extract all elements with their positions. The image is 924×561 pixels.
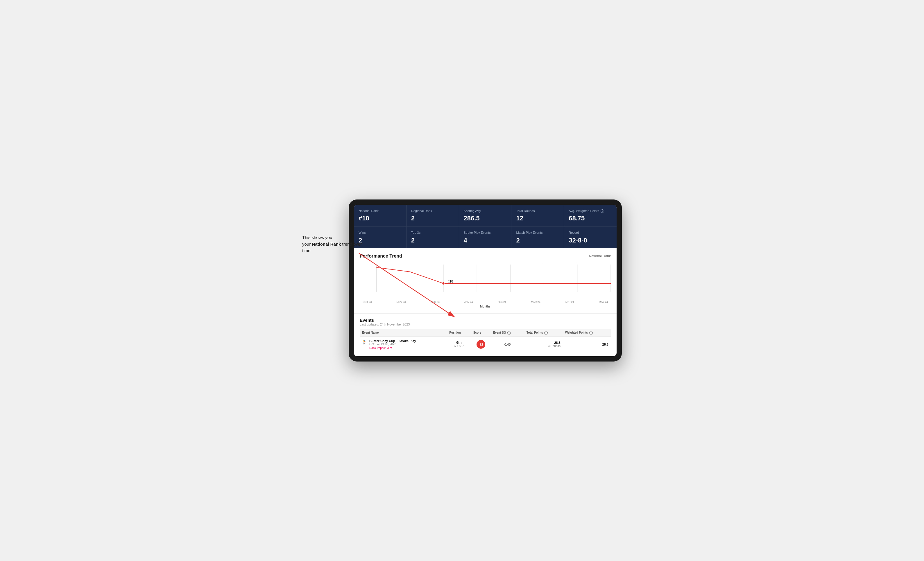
tablet-device: National Rank #10 Regional Rank 2 Scorin… — [349, 199, 622, 362]
performance-header: Performance Trend National Rank — [360, 253, 611, 259]
stat-stroke-play-events: Stroke Play Events 4 — [459, 226, 512, 248]
col-total-points: Total Points i — [524, 329, 563, 337]
col-position: Position — [447, 329, 471, 337]
stat-top3s: Top 3s 2 — [406, 226, 459, 248]
stat-match-play-events: Match Play Events 2 — [512, 226, 564, 248]
event-weighted-points: 28.3 — [563, 337, 611, 352]
event-score: -22 — [471, 337, 491, 352]
svg-point-10 — [442, 282, 445, 285]
col-score: Score — [471, 329, 491, 337]
col-event-sg: Event SG i — [491, 329, 524, 337]
stats-row-1: National Rank #10 Regional Rank 2 Scorin… — [354, 205, 616, 226]
svg-text:#10: #10 — [447, 279, 453, 283]
info-icon: i — [601, 209, 604, 213]
x-label-nov23: NOV 23 — [396, 301, 406, 304]
event-sg: 0.45 — [491, 337, 524, 352]
events-table: Event Name Position Score Event SG i Tot… — [360, 329, 611, 352]
event-name: Buster Cozy Cup – Stroke Play — [369, 339, 416, 343]
stat-record: Record 32-8-0 — [564, 226, 616, 248]
annotation-text: This shows you your National Rank trend … — [302, 234, 363, 254]
event-rank-impact: Rank Impact: 3 ▼ — [369, 346, 416, 350]
stats-row-2: Wins 2 Top 3s 2 Stroke Play Events 4 Mat… — [354, 226, 616, 248]
stat-total-rounds: Total Rounds 12 — [512, 205, 564, 226]
performance-title: Performance Trend — [360, 253, 402, 259]
event-position: 6th out of 7 — [447, 337, 471, 352]
x-label-jan24: JAN 24 — [464, 301, 473, 304]
chart-x-title: Months — [360, 305, 611, 308]
x-label-apr24: APR 24 — [565, 301, 574, 304]
event-date: Oct 9 – Oct 10, 2023 — [369, 343, 416, 346]
performance-section: Performance Trend National Rank — [354, 248, 616, 313]
stat-avg-weighted-points: Avg. Weighted Points i 68.75 — [564, 205, 616, 226]
performance-chart: #10 — [360, 262, 611, 299]
chart-svg: #10 — [360, 262, 611, 299]
events-title: Events — [360, 318, 611, 323]
events-table-body: 🏌 Buster Cozy Cup – Stroke Play Oct 9 – … — [360, 337, 611, 352]
col-weighted-points: Weighted Points i — [563, 329, 611, 337]
event-golf-icon: 🏌 — [362, 340, 367, 344]
stat-scoring-avg: Scoring Avg. 286.5 — [459, 205, 512, 226]
info-icon-wp: i — [589, 331, 593, 335]
chart-x-labels: OCT 23 NOV 23 DEC 23 JAN 24 FEB 24 MAR 2… — [360, 301, 611, 304]
info-icon-sg: i — [507, 331, 511, 335]
x-label-oct23: OCT 23 — [363, 301, 372, 304]
events-table-header: Event Name Position Score Event SG i Tot… — [360, 329, 611, 337]
stat-regional-rank: Regional Rank 2 — [406, 205, 459, 226]
performance-subtitle: National Rank — [589, 254, 611, 258]
page-wrapper: This shows you your National Rank trend … — [302, 199, 622, 362]
events-section: Events Last updated: 24th November 2023 … — [354, 313, 616, 356]
score-badge: -22 — [477, 340, 485, 349]
stat-national-rank: National Rank #10 — [354, 205, 406, 226]
tablet-screen: National Rank #10 Regional Rank 2 Scorin… — [354, 205, 616, 356]
table-row: 🏌 Buster Cozy Cup – Stroke Play Oct 9 – … — [360, 337, 611, 352]
x-label-feb24: FEB 24 — [498, 301, 506, 304]
info-icon-tp: i — [544, 331, 548, 335]
x-label-dec23: DEC 23 — [430, 301, 440, 304]
x-label-may24: MAY 24 — [599, 301, 608, 304]
col-event-name: Event Name — [360, 329, 447, 337]
events-last-updated: Last updated: 24th November 2023 — [360, 323, 611, 326]
event-total-points: 28.3 3 Rounds — [524, 337, 563, 352]
event-name-cell: 🏌 Buster Cozy Cup – Stroke Play Oct 9 – … — [360, 337, 447, 352]
x-label-mar24: MAR 24 — [531, 301, 540, 304]
